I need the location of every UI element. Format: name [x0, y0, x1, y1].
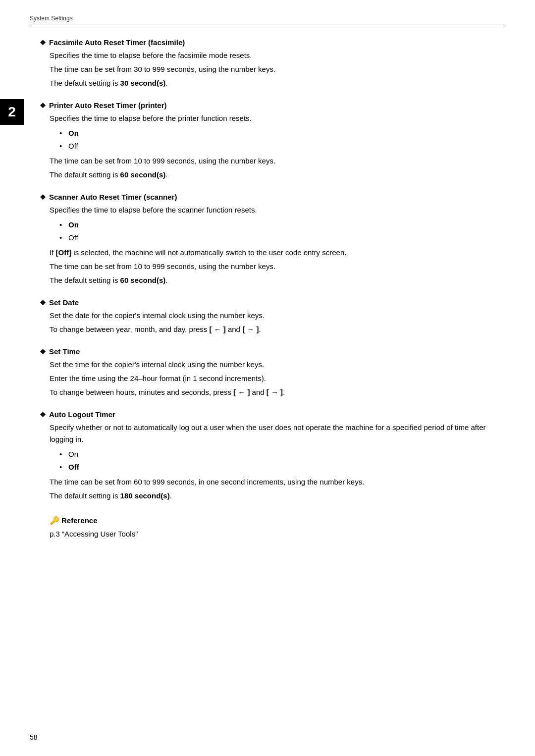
auto-logout-title-text: Auto Logout Timer: [49, 410, 115, 419]
diamond-icon-auto-logout: ❖: [40, 411, 46, 419]
printer-bullet-off: Off: [59, 140, 505, 152]
scanner-body: Specifies the time to elapse before the …: [50, 204, 505, 286]
printer-line1: Specifies the time to elapse before the …: [50, 112, 505, 124]
facsimile-line1: Specifies the time to elapse before the …: [50, 50, 505, 61]
set-time-line3: To change between hours, minutes and sec…: [50, 386, 505, 398]
section-set-date: ❖ Set Date Set the date for the copier's…: [40, 298, 505, 335]
page-header: System Settings: [30, 15, 505, 24]
section-auto-logout: ❖ Auto Logout Timer Specify whether or n…: [40, 410, 505, 502]
set-date-title-text: Set Date: [49, 298, 79, 307]
facsimile-line2: The time can be set from 30 to 999 secon…: [50, 63, 505, 75]
main-content: ❖ Facsimile Auto Reset Timer (facsimile)…: [40, 38, 505, 540]
set-date-line1: Set the date for the copier's internal c…: [50, 310, 505, 322]
reference-body: p.3 “Accessing User Tools”: [50, 528, 505, 540]
reference-title: 🔑 Reference: [50, 516, 505, 525]
set-time-line1: Set the time for the copier's internal c…: [50, 359, 505, 371]
section-facsimile-auto-reset: ❖ Facsimile Auto Reset Timer (facsimile)…: [40, 38, 505, 89]
reference-title-text: Reference: [61, 516, 98, 525]
facsimile-body: Specifies the time to elapse before the …: [50, 50, 505, 89]
section-set-time: ❖ Set Time Set the time for the copier's…: [40, 347, 505, 398]
header-text: System Settings: [30, 15, 73, 22]
chapter-number: 2: [8, 104, 16, 119]
section-printer-auto-reset: ❖ Printer Auto Reset Timer (printer) Spe…: [40, 101, 505, 181]
auto-logout-line1: Specify whether or not to automatically …: [50, 422, 505, 445]
set-time-title-text: Set Time: [49, 347, 80, 356]
section-title-facsimile: ❖ Facsimile Auto Reset Timer (facsimile): [40, 38, 505, 47]
diamond-icon-printer: ❖: [40, 102, 46, 109]
auto-logout-line2: The time can be set from 60 to 999 secon…: [50, 476, 505, 488]
diamond-icon-scanner: ❖: [40, 193, 46, 201]
printer-body: Specifies the time to elapse before the …: [50, 112, 505, 181]
set-date-body: Set the date for the copier's internal c…: [50, 310, 505, 335]
section-title-set-time: ❖ Set Time: [40, 347, 505, 356]
page-container: System Settings 2 ❖ Facsimile Auto Reset…: [0, 0, 535, 756]
scanner-line2: If [Off] is selected, the machine will n…: [50, 247, 505, 259]
auto-logout-bullet-on: On: [59, 448, 505, 460]
facsimile-line3: The default setting is 30 second(s).: [50, 77, 505, 89]
section-title-scanner: ❖ Scanner Auto Reset Timer (scanner): [40, 193, 505, 201]
set-date-line2: To change between year, month, and day, …: [50, 324, 505, 335]
printer-title-text: Printer Auto Reset Timer (printer): [49, 101, 167, 109]
reference-section: 🔑 Reference p.3 “Accessing User Tools”: [50, 516, 505, 540]
scanner-bullet-list: On Off: [59, 219, 505, 244]
auto-logout-bullet-off: Off: [59, 461, 505, 473]
auto-logout-body: Specify whether or not to automatically …: [50, 422, 505, 502]
diamond-icon-facsimile: ❖: [40, 39, 46, 47]
diamond-icon-set-date: ❖: [40, 299, 46, 307]
section-scanner-auto-reset: ❖ Scanner Auto Reset Timer (scanner) Spe…: [40, 193, 505, 286]
printer-bullet-list: On Off: [59, 127, 505, 152]
section-title-printer: ❖ Printer Auto Reset Timer (printer): [40, 101, 505, 109]
section-title-auto-logout: ❖ Auto Logout Timer: [40, 410, 505, 419]
scanner-line1: Specifies the time to elapse before the …: [50, 204, 505, 216]
printer-bullet-on: On: [59, 127, 505, 139]
facsimile-title-text: Facsimile Auto Reset Timer (facsimile): [49, 38, 185, 47]
scanner-line3: The time can be set from 10 to 999 secon…: [50, 261, 505, 272]
scanner-bullet-on: On: [59, 219, 505, 231]
chapter-marker: 2: [0, 99, 24, 125]
diamond-icon-set-time: ❖: [40, 348, 46, 356]
page-number: 58: [30, 733, 38, 741]
auto-logout-line3: The default setting is 180 second(s).: [50, 490, 505, 502]
set-time-line2: Enter the time using the 24–hour format …: [50, 373, 505, 384]
key-icon: 🔑: [50, 516, 59, 525]
printer-line3: The default setting is 60 second(s).: [50, 169, 505, 181]
set-time-body: Set the time for the copier's internal c…: [50, 359, 505, 398]
auto-logout-bullet-list: On Off: [59, 448, 505, 473]
printer-line2: The time can be set from 10 to 999 secon…: [50, 155, 505, 167]
section-title-set-date: ❖ Set Date: [40, 298, 505, 307]
scanner-bullet-off: Off: [59, 232, 505, 244]
scanner-title-text: Scanner Auto Reset Timer (scanner): [49, 193, 177, 201]
scanner-line4: The default setting is 60 second(s).: [50, 274, 505, 286]
